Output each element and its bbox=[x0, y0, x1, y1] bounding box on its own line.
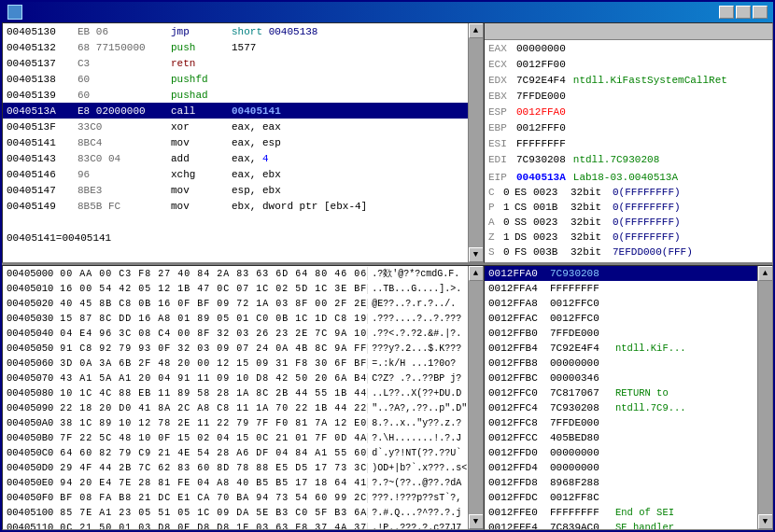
register-value: 0040513A bbox=[516, 172, 566, 183]
hex-bytes: 3D 0A 3A 6B 2F 48 20 00 12 15 09 31 F8 3… bbox=[60, 358, 367, 369]
hex-scrollbar[interactable]: ▲ ▼ bbox=[468, 266, 483, 529]
stack-scrollbar[interactable]: ▲ ▼ bbox=[757, 266, 772, 529]
flag-row: C0ES002332bit0(FFFFFFFF) bbox=[485, 185, 772, 200]
flag-value: 1 bbox=[503, 231, 514, 243]
stack-address: 0012FFB0 bbox=[485, 328, 550, 339]
hex-bytes: 15 87 8C DD 16 A8 01 89 05 01 C0 0B 1C 1… bbox=[60, 314, 367, 324]
hex-ascii: )OD+|b?`.x???..s< bbox=[367, 463, 468, 473]
top-pane: 00405130EB 06jmpshort 004051380040513268… bbox=[2, 22, 773, 265]
hex-ascii: "..?A?,.??..p".D" bbox=[367, 403, 468, 413]
stack-value: 0012FF8C bbox=[550, 492, 615, 503]
register-row: EIP0040513ALab18-03.0040513A bbox=[485, 169, 772, 185]
disasm-address: 00405147 bbox=[3, 185, 78, 196]
stack-scroll-up[interactable]: ▲ bbox=[758, 266, 773, 281]
register-row: EDI7C930208ntdll.7C930208 bbox=[485, 151, 772, 167]
cpu-icon bbox=[7, 5, 22, 20]
disasm-address: 00405141=00405141 bbox=[3, 232, 78, 244]
flag-width: 32bit bbox=[571, 231, 613, 243]
disasm-bytes: E8 02000000 bbox=[78, 105, 171, 117]
stack-value: 7FFDE000 bbox=[550, 417, 615, 428]
flag-bits: 0023 bbox=[533, 187, 571, 198]
register-name: EAX bbox=[488, 43, 516, 54]
flag-width: 32bit bbox=[571, 246, 613, 258]
hex-row: 0040509022 18 20 D0 41 8A 2C A8 C8 11 1A… bbox=[3, 400, 468, 415]
disasm-bytes: 68 77150000 bbox=[78, 42, 171, 53]
hex-panel[interactable]: 0040500000 AA 00 C3 F8 27 40 84 2A 83 63… bbox=[2, 265, 484, 530]
hex-ascii: ..L??..X(??+DU.D bbox=[367, 388, 468, 399]
close-button[interactable] bbox=[753, 6, 768, 19]
title-bar bbox=[2, 2, 773, 22]
register-name: ESP bbox=[488, 106, 516, 118]
disasm-row[interactable]: 0040514383C0 04addeax, 4 bbox=[3, 150, 468, 166]
hex-address: 00405010 bbox=[3, 283, 60, 294]
hex-bytes: 91 C8 92 79 93 0F 32 03 09 07 24 0A 4B 8… bbox=[60, 343, 367, 354]
disasm-operands: eax, eax bbox=[232, 121, 468, 133]
disasm-row[interactable] bbox=[3, 214, 468, 230]
disasm-mnemonic: pushfd bbox=[171, 74, 232, 85]
hex-scroll-down[interactable]: ▼ bbox=[469, 514, 484, 529]
title-bar-buttons bbox=[719, 6, 768, 19]
disasm-panel[interactable]: 00405130EB 06jmpshort 004051380040513268… bbox=[2, 22, 484, 263]
disasm-scroll-down[interactable]: ▼ bbox=[469, 247, 484, 262]
stack-scroll-track[interactable] bbox=[758, 281, 773, 514]
disasm-address: 00405138 bbox=[3, 74, 78, 85]
stack-value: 7C930208 bbox=[550, 268, 615, 279]
disasm-scroll-track[interactable] bbox=[469, 38, 484, 247]
disasm-row[interactable]: 0040513960pushad bbox=[3, 87, 468, 103]
disasm-mnemonic: add bbox=[171, 153, 232, 164]
disasm-scroll-up[interactable]: ▲ bbox=[469, 23, 484, 38]
minimize-button[interactable] bbox=[719, 6, 734, 19]
title-bar-left bbox=[7, 5, 28, 20]
disasm-bytes: C3 bbox=[78, 58, 171, 69]
register-name: EBX bbox=[488, 91, 516, 102]
disasm-row[interactable]: 0040513860pushfd bbox=[3, 71, 468, 87]
disasm-row[interactable]: 0040514696xchgeax, ebx bbox=[3, 166, 468, 182]
register-row: ECX0012FF00 bbox=[485, 56, 772, 72]
stack-value: 00000000 bbox=[550, 462, 615, 473]
hex-row: 0040505091 C8 92 79 93 0F 32 03 09 07 24… bbox=[3, 341, 468, 356]
stack-value: 0012FFC0 bbox=[550, 298, 615, 309]
flag-seg: DS bbox=[514, 231, 533, 243]
disasm-row[interactable]: 00405137C3retn bbox=[3, 55, 468, 71]
stack-address: 0012FFE4 bbox=[485, 522, 550, 529]
disasm-row[interactable]: 00405130EB 06jmpshort 00405138 bbox=[3, 23, 468, 39]
flag-width: 32bit bbox=[571, 217, 613, 228]
hex-bytes: 43 A1 5A A1 20 04 91 11 09 10 D8 42 50 2… bbox=[60, 373, 367, 384]
stack-content: 0012FFA07C9302080012FFA4FFFFFFFF0012FFA8… bbox=[485, 266, 757, 529]
disasm-row[interactable]: 0040513AE8 02000000call00405141 bbox=[3, 103, 468, 119]
flag-row: P1CS001B32bit0(FFFFFFFF) bbox=[485, 200, 772, 215]
disasm-row[interactable]: 00405141=00405141 bbox=[3, 230, 468, 245]
stack-address: 0012FFD8 bbox=[485, 477, 550, 488]
stack-row: 0012FFA4FFFFFFFF bbox=[485, 281, 757, 296]
hex-scroll-track[interactable] bbox=[469, 281, 484, 514]
disasm-row[interactable]: 0040513F33C0xoreax, eax bbox=[3, 119, 468, 134]
disasm-row[interactable]: 004051498B5B FCmovebx, dword ptr [ebx-4] bbox=[3, 198, 468, 214]
disasm-row[interactable]: 0040513268 77150000push1577 bbox=[3, 39, 468, 55]
disasm-row[interactable]: 004051478BE3movesp, ebx bbox=[3, 182, 468, 198]
disasm-scrollbar[interactable]: ▲ ▼ bbox=[468, 23, 483, 262]
flag-bits: 0023 bbox=[533, 231, 571, 243]
disasm-bytes: 83C0 04 bbox=[78, 153, 171, 164]
stack-row: 0012FFE47C839AC0SE handler bbox=[485, 520, 757, 529]
hex-bytes: 04 E4 96 3C 08 C4 00 8F 32 03 26 23 2E 7… bbox=[60, 329, 367, 339]
hex-address: 004050A0 bbox=[3, 417, 60, 428]
hex-address: 00405050 bbox=[3, 343, 60, 354]
stack-value: 7FFDE000 bbox=[550, 328, 615, 339]
hex-row: 004050B07F 22 5C 48 10 0F 15 02 04 15 0C… bbox=[3, 430, 468, 445]
hex-ascii: C?Z? .?..??BP j? bbox=[367, 373, 468, 384]
hex-bytes: 85 7E A1 23 05 51 05 1C 09 DA 5E B3 C0 5… bbox=[60, 508, 367, 518]
stack-value: 00000000 bbox=[550, 447, 615, 458]
hex-row: 004050C064 60 82 79 C9 21 4E 54 28 A6 DF… bbox=[3, 445, 468, 460]
disasm-address: 0040513A bbox=[3, 105, 78, 117]
disasm-address: 00405137 bbox=[3, 58, 78, 69]
maximize-button[interactable] bbox=[736, 6, 751, 19]
disasm-mnemonic: mov bbox=[171, 185, 232, 196]
disasm-row[interactable]: 004051418BC4moveax, esp bbox=[3, 134, 468, 150]
hex-row: 004050F0BF 08 FA B8 21 DC E1 CA 70 BA 94… bbox=[3, 490, 468, 505]
stack-scroll-down[interactable]: ▼ bbox=[758, 514, 773, 529]
hex-scroll-up[interactable]: ▲ bbox=[469, 266, 484, 281]
hex-ascii: =.:k/H ...1?0o? bbox=[367, 358, 468, 369]
hex-bytes: 10 1C 4C 88 EB 11 89 58 28 1A 8C 2B 44 5… bbox=[60, 388, 367, 399]
register-name: EDI bbox=[488, 154, 516, 165]
disasm-bytes: 60 bbox=[78, 90, 171, 101]
